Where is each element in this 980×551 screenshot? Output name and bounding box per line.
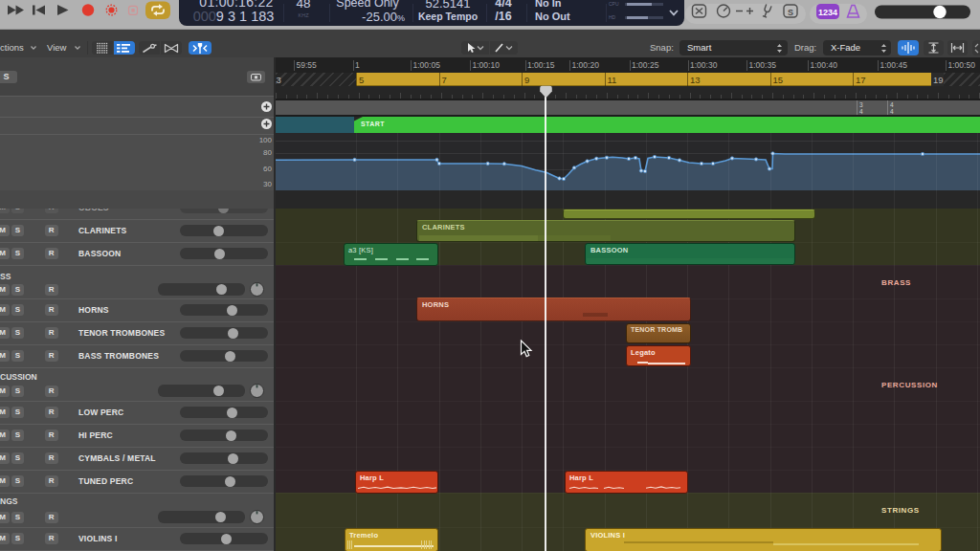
svg-text:S: S: [788, 8, 793, 17]
svg-text:1234: 1234: [818, 8, 837, 17]
